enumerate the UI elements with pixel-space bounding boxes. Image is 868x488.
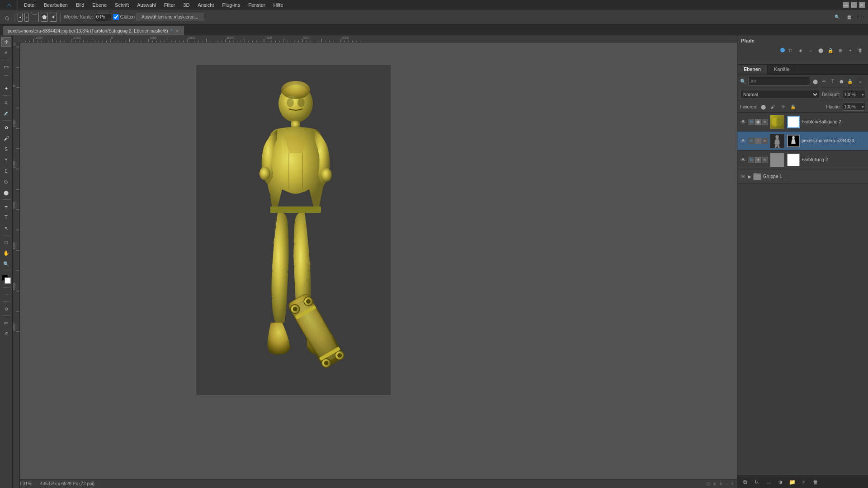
menu-item-hilfe[interactable]: Hilfe xyxy=(269,1,287,9)
clone-tool[interactable]: S xyxy=(1,144,11,154)
layer-eye-pexels[interactable]: 👁 xyxy=(740,138,746,144)
menu-item-bearbeiten[interactable]: Bearbeiten xyxy=(40,1,71,9)
layer-mask-action[interactable]: □ xyxy=(764,478,774,487)
pfade-icon2[interactable]: ◈ xyxy=(797,46,805,54)
pfade-icon8[interactable]: 🗑 xyxy=(856,46,864,54)
layer-row-pexels[interactable]: 👁 ⧉ ▪ fx xyxy=(737,131,868,150)
window-minimize[interactable]: — xyxy=(843,2,849,8)
hand-tool[interactable]: ✋ xyxy=(1,248,11,258)
eraser-tool[interactable]: E xyxy=(1,166,11,176)
menu-item-auswahl[interactable]: Auswahl xyxy=(133,1,160,9)
screen-mode-btn[interactable]: ▭ xyxy=(1,318,11,328)
tab-kanaele[interactable]: Kanäle xyxy=(768,65,796,75)
text-tool[interactable]: T xyxy=(1,212,11,222)
history-brush-tool[interactable]: Y xyxy=(1,155,11,165)
menu-item-filter[interactable]: Filter xyxy=(160,1,179,9)
pfade-icon5[interactable]: 🔒 xyxy=(826,46,835,54)
status-snap-btn[interactable]: ⊞ xyxy=(713,482,717,486)
fix-all-btn[interactable]: 🔒 xyxy=(789,103,797,111)
path-select-tool[interactable]: ↖ xyxy=(1,223,11,233)
search-btn[interactable]: 🔍 xyxy=(832,13,842,21)
layers-search-input[interactable] xyxy=(748,77,810,86)
layer-delete-action[interactable]: 🗑 xyxy=(811,478,821,487)
layer-fx-action[interactable]: fx xyxy=(752,478,762,487)
deckraft-value[interactable]: 100% ▾ xyxy=(843,90,865,99)
pfade-icon3[interactable]: ⬦ xyxy=(807,46,815,54)
glatten-checkbox-label[interactable]: Glätten xyxy=(113,14,135,20)
fix-paint-btn[interactable]: 🖌 xyxy=(769,103,777,111)
move-tool[interactable]: ✛ xyxy=(1,37,11,47)
spot-heal-tool[interactable]: ✿ xyxy=(1,122,11,132)
layer-row-farbfuellung[interactable]: 👁 ⧉ ■ fx Farbfüllung 2 xyxy=(737,150,868,169)
menu-item-fenster[interactable]: Fenster xyxy=(245,1,269,9)
lasso-tool-rect[interactable]: ▪ xyxy=(18,13,22,22)
filter-icon3[interactable]: T xyxy=(829,77,836,85)
window-close[interactable]: ✕ xyxy=(859,2,865,8)
fix-move-btn[interactable]: ✛ xyxy=(779,103,787,111)
filter-icon1[interactable]: ⬤ xyxy=(812,77,819,85)
background-color[interactable] xyxy=(5,277,11,284)
pfade-icon7[interactable]: + xyxy=(846,46,854,54)
auswaehlen-maskieren-btn[interactable]: Auswählen und maskieren... xyxy=(137,13,203,21)
edit-in-quick-mask-btn[interactable]: ⊙ xyxy=(1,304,11,314)
menu-item-plugins[interactable]: Plug-ins xyxy=(218,1,244,9)
lasso-tool-circ[interactable]: ◦ xyxy=(24,13,29,22)
status-zoom-out-btn[interactable]: − xyxy=(726,482,728,486)
pen-tool[interactable]: ✒ xyxy=(1,202,11,211)
pfade-icon1[interactable]: □ xyxy=(787,46,795,54)
tab-close-btn[interactable]: ✕ xyxy=(175,29,179,33)
app-home-btn[interactable]: ⌂ xyxy=(3,0,15,10)
lasso-tool-lasso[interactable]: ⌒ xyxy=(31,12,39,22)
window-maximize[interactable]: □ xyxy=(851,2,857,8)
zoom-tool[interactable]: 🔍 xyxy=(1,259,11,269)
rotate-view-btn[interactable]: ↺ xyxy=(1,328,11,338)
status-zoom-in-btn[interactable]: + xyxy=(731,482,733,486)
workspace-btn[interactable]: ▦ xyxy=(845,13,854,21)
layer-group-gruppe1[interactable]: 👁 ▶ Gruppe 1 xyxy=(737,169,868,184)
more-btn[interactable]: ⋯ xyxy=(856,13,865,21)
gradient-tool[interactable]: G xyxy=(1,177,11,187)
flaeche-value[interactable]: 100% ▾ xyxy=(843,103,865,111)
menu-item-datei[interactable]: Datei xyxy=(20,1,39,9)
layer-fill-action[interactable]: ◑ xyxy=(775,478,785,487)
pfade-icon6[interactable]: ⊞ xyxy=(836,46,844,54)
layer-group-arrow-gruppe1[interactable]: ▶ xyxy=(748,174,751,179)
layer-new-action[interactable]: + xyxy=(799,478,809,487)
layer-row-farbton[interactable]: 👁 ⧉ ⬤ fx xyxy=(737,113,868,131)
pfade-circle-btn[interactable] xyxy=(780,48,785,52)
lasso-tool-poly[interactable]: ⬟ xyxy=(41,13,48,22)
crop-tool[interactable]: ⌗ xyxy=(1,98,11,108)
pfade-icon4[interactable]: ⬤ xyxy=(816,46,825,54)
marquee-tool[interactable]: ▭ xyxy=(1,62,11,72)
layer-group-action[interactable]: 📁 xyxy=(787,478,797,487)
weiche-kante-input[interactable] xyxy=(95,13,111,21)
filter-icon4[interactable]: ⬟ xyxy=(838,77,845,85)
extra-tools-btn[interactable]: ⋯ xyxy=(1,290,11,300)
color-swatches[interactable] xyxy=(2,275,11,284)
menu-item-ansicht[interactable]: Ansicht xyxy=(194,1,217,9)
layer-eye-farbton[interactable]: 👁 xyxy=(740,119,746,125)
shape-tool[interactable]: □ xyxy=(1,237,11,247)
layer-link-action[interactable]: ⧉ xyxy=(740,478,750,487)
brush-tool[interactable]: 🖌 xyxy=(1,133,11,143)
menu-item-ebene[interactable]: Ebene xyxy=(89,1,110,9)
lasso-tool[interactable]: ⌒ xyxy=(1,73,11,83)
fix-transparent-btn[interactable]: ⬤ xyxy=(759,103,767,111)
document-tab[interactable]: pexels-monstera-5384424.jpg bei 13,3% (F… xyxy=(3,26,184,35)
status-rotate-btn[interactable]: ↻ xyxy=(719,482,723,486)
artboard-tool[interactable]: A xyxy=(1,48,11,58)
tab-ebenen[interactable]: Ebenen xyxy=(737,65,768,75)
lasso-tool-magic[interactable]: ✦ xyxy=(50,13,57,22)
filter-icon5[interactable]: 🔒 xyxy=(847,77,854,85)
menu-item-bild[interactable]: Bild xyxy=(72,1,88,9)
status-gpu-btn[interactable]: ⬡ xyxy=(707,482,710,486)
home-btn[interactable]: ⌂ xyxy=(3,12,11,22)
blend-mode-select[interactable]: Normal Abdunkeln Multiplizieren Aufhelle… xyxy=(740,90,819,99)
layer-eye-gruppe1[interactable]: 👁 xyxy=(740,174,746,180)
canvas-scroll[interactable] xyxy=(20,42,737,479)
layer-eye-farbfuellung[interactable]: 👁 xyxy=(740,157,746,163)
dodge-tool[interactable]: ⬤ xyxy=(1,188,11,197)
glatten-checkbox[interactable] xyxy=(113,14,119,20)
menu-item-schrift[interactable]: Schrift xyxy=(111,1,132,9)
filter-toggle[interactable]: ○ xyxy=(855,77,865,85)
